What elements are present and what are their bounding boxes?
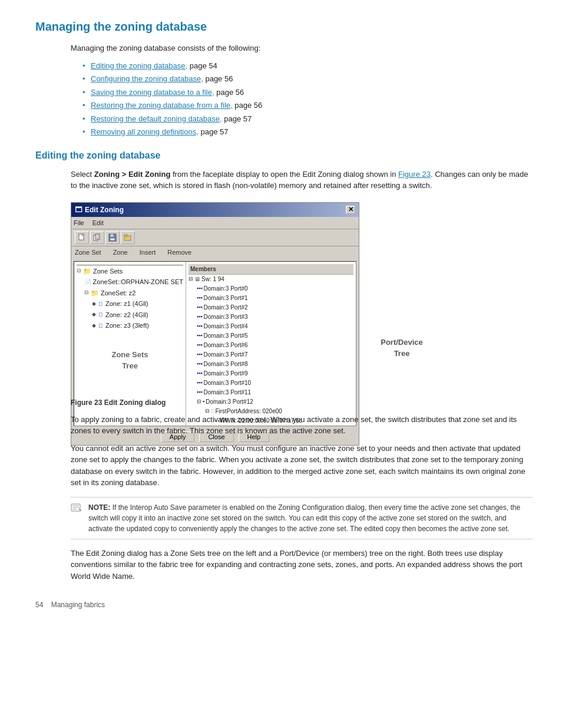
svg-rect-8 (124, 235, 127, 236)
edit-zoning-dialog: 🗔 Edit Zoning ✕ File Edit (71, 202, 359, 446)
toolbar-btn-3[interactable] (105, 231, 120, 244)
toc-link-1[interactable]: Editing the zoning database, (91, 61, 187, 70)
toc-link-4[interactable]: Restoring the zoning database from a fil… (91, 101, 233, 110)
page-footer: 54 Managing fabrics (35, 599, 533, 610)
port-icon-1: ▪▪▪ (197, 294, 203, 302)
toc-link-2[interactable]: Configuring the zoning database, (91, 74, 203, 83)
menu-path: Zoning > Edit Zoning (94, 170, 171, 179)
dialog-titlebar-left: 🗔 Edit Zoning (75, 205, 124, 215)
menu-edit[interactable]: Edit (92, 218, 104, 228)
port-6: ▪▪▪ Domain:3 Port#6 (189, 341, 353, 350)
port-device-panel-header: Members (189, 264, 353, 275)
port-device-panel: Members ⊟ 🖥 Sw: 1 94 ▪▪▪ Domain:3 Port#0 (186, 262, 356, 426)
port-icon-4: ▪▪▪ (197, 322, 203, 331)
editing-section-title: Editing the zoning database (35, 149, 533, 163)
toc-link-3[interactable]: Saving the zoning database to a file, (91, 88, 214, 97)
port-3: ▪▪▪ Domain:3 Port#3 (189, 312, 353, 322)
file-icon: 📄 (84, 278, 91, 286)
port-icon-6: ▪▪▪ (197, 341, 203, 350)
port-tree-root: ⊟ 🖥 Sw: 1 94 (189, 275, 353, 284)
orphan-label: ZoneSet::ORPHAN-ZONE SET (93, 277, 183, 287)
dialog-title-icon: 🗔 (75, 205, 82, 215)
dialog-menubar: File Edit (71, 217, 359, 230)
list-item: Editing the zoning database, page 54 (82, 60, 533, 72)
zoneset-z2-label: ZoneSet: z2 (101, 288, 135, 298)
zone-z2-label: Zone: z2 (4Gll) (105, 310, 148, 320)
port-9: ▪▪▪ Domain:3 Port#9 (189, 369, 353, 378)
toolbar-btn-2[interactable] (90, 231, 104, 244)
tree-item-orphan: 📄 ZoneSet::ORPHAN-ZONE SET (77, 276, 183, 288)
intro-text: Managing the zoning database consists of… (71, 42, 533, 54)
expand-z2[interactable]: ⊟ (84, 289, 89, 297)
zone-z1-label: Zone: z1 (4Gll) (105, 299, 148, 309)
expand-z1[interactable]: ◆ (92, 300, 96, 308)
expand-z2-zone[interactable]: ◆ (92, 311, 96, 319)
zone-icon-z2: 🗋 (98, 310, 104, 319)
port-8: ▪▪▪ Domain:3 Port#8 (189, 360, 353, 369)
svg-rect-3 (95, 234, 100, 239)
dialog-toolbar (71, 229, 359, 246)
toolbar-btn-1[interactable] (75, 231, 89, 244)
port-icon-0: ▪▪▪ (197, 285, 203, 293)
expand-icon[interactable]: ⊟ (77, 267, 81, 275)
folder-icon: 📁 (83, 266, 91, 276)
port-icon-9: ▪▪▪ (197, 370, 203, 378)
page-number: 54 (35, 601, 43, 609)
list-item: Restoring the zoning database from a fil… (82, 100, 533, 111)
port-icon-2: ▪▪▪ (197, 304, 203, 312)
label-zone: Zone (113, 248, 128, 258)
toc-link-5[interactable]: Restoring the default zoning database, (91, 114, 222, 123)
dialog-close-button[interactable]: ✕ (346, 206, 355, 214)
editing-intro: Select Zoning > Edit Zoning from the fac… (71, 169, 533, 192)
note-text-body: If the Interop Auto Save parameter is en… (88, 503, 520, 533)
tree-item-zone-z3: ◆ 🗋 Zone: z3 (3left) (77, 320, 183, 331)
svg-rect-5 (110, 234, 114, 237)
port-icon-7: ▪▪▪ (197, 351, 203, 359)
toc-link-6[interactable]: Removing all zoning definitions, (91, 127, 199, 136)
expand-z3[interactable]: ◆ (92, 322, 96, 330)
dialog-title-text: Edit Zoning (85, 205, 124, 215)
tree-item-zone-z2: ◆ 🗋 Zone: z2 (4Gll) (77, 309, 183, 321)
page-title: Managing the zoning database (35, 18, 533, 35)
sw-label: Sw: 1 94 (201, 275, 224, 284)
port-icon-5: ▪▪▪ (197, 332, 203, 340)
toolbar-labels: Zone Set Zone Insert Remove (71, 246, 359, 259)
tree-item-zoneset-z2: ⊟ 📁 ZoneSet: z2 (77, 288, 183, 299)
label-insert: Insert (140, 248, 156, 258)
body-paragraph-2: You cannot edit an active zone set on a … (71, 443, 533, 489)
port-5: ▪▪▪ Domain:3 Port#5 (189, 331, 353, 341)
label-remove: Remove (167, 248, 191, 258)
expand-12[interactable]: ⊟ (197, 398, 201, 406)
svg-rect-6 (110, 238, 115, 241)
expand-sw[interactable]: ⊟ (189, 275, 193, 284)
port-10: ▪▪▪ Domain:3 Port#10 (189, 378, 353, 388)
list-item: Removing all zoning definitions, page 57 (82, 126, 533, 138)
list-item: Configuring the zoning database, page 56 (82, 73, 533, 85)
port-icon-10: ▪▪▪ (197, 379, 203, 387)
folder-icon-z2: 📁 (91, 288, 99, 298)
port-2: ▪▪▪ Domain:3 Port#2 (189, 303, 353, 312)
label-zone-set: Zone Set (75, 248, 101, 258)
port-tree: ⊟ 🖥 Sw: 1 94 ▪▪▪ Domain:3 Port#0 ▪▪▪ Dom… (189, 275, 353, 426)
port-icon-11: ▪▪▪ (197, 388, 203, 397)
zone-icon-z3: 🗋 (98, 321, 104, 330)
tree-item-root: ⊟ 📁 Zone Sets (77, 266, 183, 277)
port-icon-12: ▪ (203, 398, 204, 406)
zone-z3-label: Zone: z3 (3left) (105, 321, 149, 331)
port-11: ▪▪▪ Domain:3 Port#11 (189, 388, 353, 397)
dialog-titlebar: 🗔 Edit Zoning ✕ (71, 203, 359, 217)
zone-icon-z1: 🗋 (98, 299, 104, 308)
port-icon-8: ▪▪▪ (197, 360, 203, 368)
port-4: ▪▪▪ Domain:3 Port#4 (189, 322, 353, 331)
figure-ref-link[interactable]: Figure 23 (398, 170, 431, 179)
toc-list: Editing the zoning database, page 54 Con… (82, 60, 533, 138)
editing-section-body: Select Zoning > Edit Zoning from the fac… (71, 169, 533, 582)
figure-caption-bold: Figure 23 Edit Zoning dialog (71, 398, 166, 407)
note-icon (71, 503, 82, 534)
port-7: ▪▪▪ Domain:3 Port#7 (189, 350, 353, 360)
port-0: ▪▪▪ Domain:3 Port#0 (189, 284, 353, 294)
footer-section: Managing fabrics (51, 601, 105, 609)
toolbar-btn-4[interactable] (121, 231, 135, 244)
menu-file[interactable]: File (74, 218, 84, 228)
port-icon-3: ▪▪▪ (197, 313, 203, 321)
